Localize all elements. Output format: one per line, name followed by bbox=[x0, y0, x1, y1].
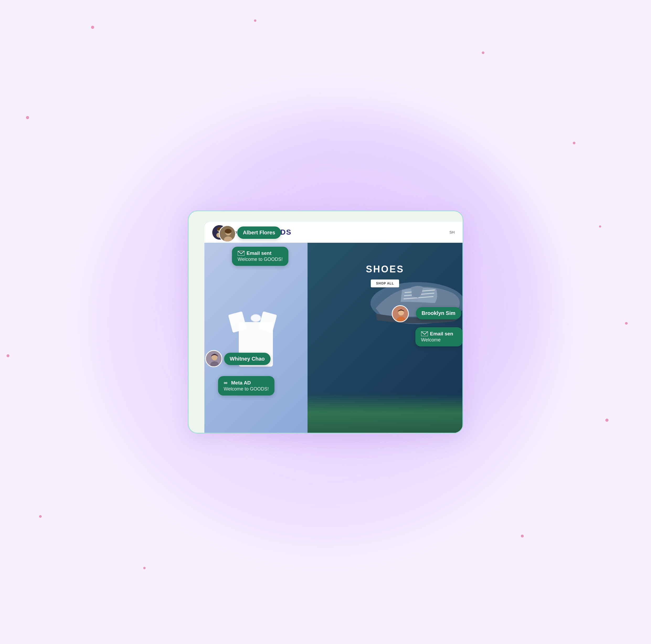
dot-9 bbox=[521, 534, 524, 538]
dot-11 bbox=[599, 225, 601, 227]
store-logo: SPOTLIGHT bbox=[212, 225, 251, 240]
hero-left-panel bbox=[205, 243, 308, 433]
dot-5 bbox=[573, 142, 576, 144]
shoes-title: SHOES bbox=[366, 264, 404, 275]
dot-10 bbox=[143, 567, 146, 569]
shirt-illustration bbox=[235, 309, 277, 367]
hero-right-panel: SHOES SHOP ALL bbox=[308, 243, 462, 433]
dot-6 bbox=[6, 354, 9, 357]
dot-4 bbox=[26, 116, 29, 119]
dot-8 bbox=[39, 515, 42, 518]
svg-point-2 bbox=[216, 233, 222, 238]
main-card: SPOTLIGHT GOODS SH SHOES SHOP AL bbox=[188, 211, 463, 433]
shirt-body bbox=[239, 322, 273, 367]
spotlight-label: SPOTLIGHT bbox=[229, 231, 251, 234]
dot-2 bbox=[254, 20, 256, 22]
spotlight-logo-svg bbox=[212, 225, 227, 240]
dot-12 bbox=[625, 322, 628, 325]
dot-3 bbox=[482, 52, 485, 54]
dot-1 bbox=[91, 26, 94, 29]
shoe-illustration bbox=[360, 251, 462, 335]
store-header: SPOTLIGHT GOODS SH bbox=[205, 222, 463, 243]
leaves-area bbox=[308, 393, 462, 433]
shop-all-button[interactable]: SHOP ALL bbox=[371, 279, 399, 287]
browser-content: SPOTLIGHT GOODS SH SHOES SHOP AL bbox=[205, 222, 463, 433]
store-nav-title: GOODS bbox=[261, 228, 291, 237]
hero-section: SHOES SHOP ALL bbox=[205, 243, 463, 433]
logo-circle bbox=[212, 225, 227, 240]
dot-7 bbox=[606, 419, 609, 422]
shirt-collar bbox=[251, 314, 261, 322]
store-nav-link: SH bbox=[450, 230, 455, 234]
svg-point-3 bbox=[217, 227, 222, 231]
